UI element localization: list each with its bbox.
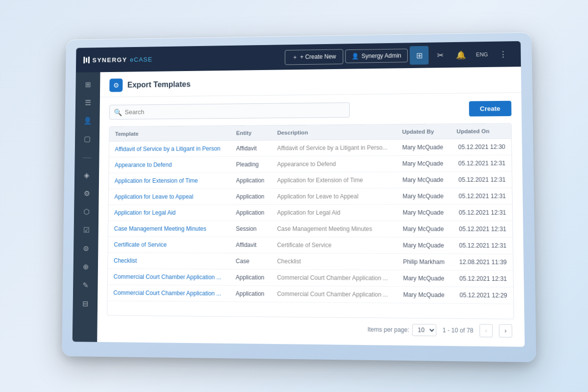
cell-updated-by: Mary McQuade (396, 172, 451, 188)
search-icon: 🔍 (114, 108, 122, 116)
sidebar-item-shield[interactable]: ◈ (77, 167, 97, 184)
cell-updated-on: 12.08.2021 11:39 (452, 254, 513, 270)
per-page-select[interactable]: 10 5 25 50 (412, 324, 437, 336)
cell-description: Application for Leave to Appeal (271, 188, 397, 205)
cell-entity: Affidavit (230, 237, 271, 253)
documents-icon: ▢ (84, 135, 91, 144)
logo-ecase-text: eCASE (130, 55, 152, 63)
cell-updated-on: 05.12.2021 12:31 (451, 221, 513, 238)
tools-icon-button[interactable]: ✂ (431, 46, 450, 64)
cell-template[interactable]: Case Management Meeting Minutes (108, 220, 230, 237)
gear-icon: ⚙ (113, 81, 120, 89)
cell-updated-on: 05.12.2021 12:31 (451, 188, 512, 204)
cell-updated-by: Mary McQuade (396, 188, 451, 205)
lang-button[interactable]: ENG (472, 45, 491, 64)
cell-updated-by: Philip Markham (397, 254, 452, 270)
cell-template[interactable]: Commercial Court Chamber Application ... (108, 269, 230, 285)
dashboard-icon: ⊞ (85, 80, 91, 89)
cell-description: Case Management Meeting Minutes (271, 221, 396, 238)
col-updated-by: Updated By (396, 124, 450, 139)
table-row: Case Management Meeting MinutesSessionCa… (108, 220, 513, 237)
cell-updated-on: 05.12.2021 12:30 (451, 139, 512, 155)
cell-updated-on: 05.12.2021 12:31 (452, 270, 513, 288)
cell-entity: Session (230, 220, 271, 237)
more-options-button[interactable]: ⋮ (493, 45, 513, 64)
more-icon: ⋮ (499, 49, 507, 59)
user-button[interactable]: 👤 Synergy Admin (345, 49, 408, 63)
sidebar-item-list[interactable]: ☰ (78, 94, 98, 111)
logo-icon (83, 57, 90, 64)
cell-template[interactable]: Commercial Court Chamber Application ... (108, 285, 230, 302)
user-icon: 👤 (352, 53, 359, 60)
cell-template[interactable]: Affidavit of Service by a Litigant in Pe… (109, 141, 230, 157)
col-entity: Entity (230, 125, 271, 141)
cell-updated-by: Mary McQuade (396, 204, 451, 221)
plus-icon: ＋ (292, 53, 298, 61)
cell-entity: Case (230, 253, 271, 269)
next-page-button[interactable]: › (499, 324, 512, 338)
main-content: ⚙ Export Templates 🔍 Create (97, 67, 525, 347)
page-icon-badge: ⚙ (109, 78, 122, 92)
cell-updated-on: 05.12.2021 12:31 (451, 172, 512, 188)
cell-updated-by: Mary McQuade (397, 287, 452, 304)
create-new-button[interactable]: ＋ + Create New (285, 49, 343, 65)
sidebar-item-dashboard[interactable]: ⊞ (78, 76, 98, 93)
col-template: Template (109, 126, 230, 142)
topnav-actions: ＋ + Create New 👤 Synergy Admin ⊞ ✂ 🔔 (285, 45, 513, 66)
sidebar-item-tasks[interactable]: ☑ (76, 221, 96, 239)
items-per-page-label: Items per page: (368, 326, 409, 333)
sidebar-item-add[interactable]: ⊕ (76, 258, 95, 276)
content-body: 🔍 Create T (97, 93, 525, 346)
cell-updated-by: Mary McQuade (396, 139, 451, 156)
col-updated-on: Updated On (450, 123, 511, 139)
table-row: Appearance to DefendPleadingAppearance t… (109, 155, 512, 173)
database-icon: ⊜ (83, 244, 89, 253)
cell-description: Application for Legal Aid (271, 204, 396, 220)
cell-description: Commercial Court Chamber Application ... (271, 286, 397, 303)
sidebar-item-edit[interactable]: ✎ (76, 276, 95, 294)
table-row: Commercial Court Chamber Application ...… (108, 285, 514, 304)
col-description: Description (271, 124, 396, 140)
prev-page-button[interactable]: ‹ (479, 324, 492, 337)
app-logo: SYNERGYeCASE (83, 53, 284, 63)
sidebar-item-settings[interactable]: ⚙ (77, 185, 96, 202)
edit-icon: ✎ (82, 281, 89, 290)
tools-icon: ✂ (437, 50, 443, 60)
grid-icon-button[interactable]: ⊞ (410, 46, 429, 65)
cell-template[interactable]: Checklist (108, 253, 230, 270)
sidebar-item-people[interactable]: 👤 (78, 112, 97, 129)
cell-description: Checklist (271, 253, 397, 270)
sidebar-item-documents[interactable]: ▢ (78, 130, 97, 147)
cell-entity: Pleading (230, 156, 271, 172)
sidebar-item-page[interactable]: ⊟ (75, 295, 95, 313)
cell-updated-on: 05.12.2021 12:31 (452, 237, 513, 254)
cell-entity: Application (230, 269, 271, 286)
page-title: Export Templates (127, 80, 191, 89)
cell-template[interactable]: Appearance to Defend (109, 156, 230, 173)
cell-template[interactable]: Certificate of Service (108, 237, 230, 253)
cell-updated-by: Mary McQuade (397, 221, 452, 238)
search-input[interactable] (109, 102, 350, 120)
lang-label: ENG (476, 51, 488, 57)
table-row: ChecklistCaseChecklistPhilip Markham12.0… (108, 253, 513, 271)
sidebar-item-database[interactable]: ⊜ (76, 240, 96, 257)
network-icon: ⬡ (83, 207, 90, 216)
table-row: Application for Leave to AppealApplicati… (109, 188, 512, 204)
cell-entity: Application (230, 172, 271, 189)
create-button[interactable]: Create (469, 101, 512, 117)
cell-template[interactable]: Application for Leave to Appeal (109, 189, 230, 205)
sidebar-item-network[interactable]: ⬡ (77, 203, 96, 220)
pagination-row: Items per page: 10 5 25 50 1 - 10 of 78 … (107, 316, 514, 339)
settings-icon: ⚙ (83, 189, 90, 198)
sidebar-divider1: — (77, 148, 97, 166)
bell-icon-button[interactable]: 🔔 (451, 45, 470, 64)
cell-template[interactable]: Application for Extension of Time (109, 172, 230, 189)
logo-synergy-text: SYNERGY (92, 56, 127, 64)
create-new-label: + Create New (300, 53, 336, 60)
search-create-row: 🔍 Create (109, 101, 512, 120)
list-icon: ☰ (85, 98, 91, 107)
cell-updated-on: 05.12.2021 12:31 (451, 155, 512, 172)
search-wrapper: 🔍 (109, 102, 350, 120)
cell-entity: Application (230, 189, 271, 205)
cell-template[interactable]: Application for Legal Aid (108, 205, 230, 221)
